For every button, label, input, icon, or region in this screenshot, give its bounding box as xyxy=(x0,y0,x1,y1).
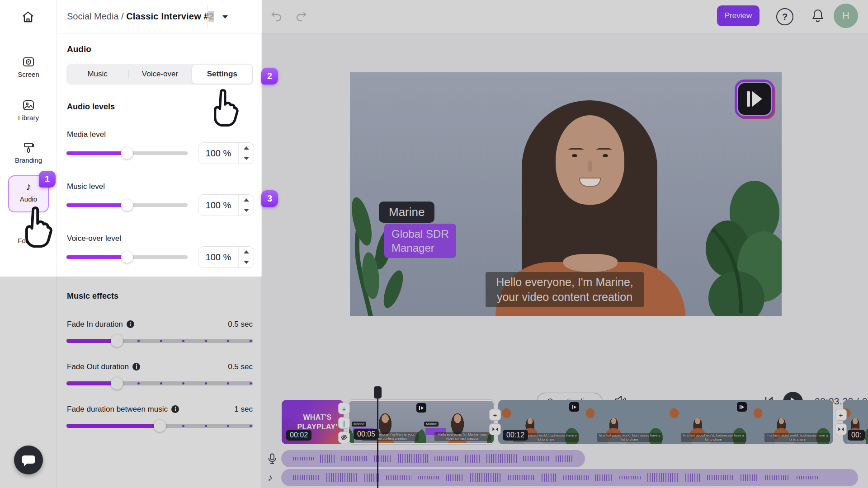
info-icon[interactable] xyxy=(132,363,140,371)
music-effects-heading: Music effects xyxy=(67,291,118,301)
header-divider xyxy=(207,5,208,28)
video-preview[interactable]: Marine Global SDR Manager Hello everyone… xyxy=(350,72,782,316)
subtitle-caption[interactable]: Hello everyone, I'm Marine, your video c… xyxy=(486,272,644,307)
caret-down-icon xyxy=(244,157,249,160)
stepper-down-button[interactable] xyxy=(239,257,254,267)
fade-between-slider[interactable] xyxy=(66,424,253,428)
slider-thumb[interactable] xyxy=(121,147,133,159)
branding-icon xyxy=(22,142,35,154)
slider-dot xyxy=(160,382,162,385)
slider-dot xyxy=(227,340,229,342)
timeline: WHAT'SPLAYPLAY' 00:02 + | Marine Hello e… xyxy=(261,387,868,488)
timeline-clip-intro[interactable]: WHAT'SPLAYPLAY' 00:02 xyxy=(282,400,344,444)
slider-thumb[interactable] xyxy=(121,251,133,263)
timeline-clip-partial[interactable]: 00: xyxy=(843,400,868,444)
fade-in-value: 0.5 sec xyxy=(228,320,253,329)
tab-voice-over[interactable]: Voice-over xyxy=(130,66,190,83)
info-icon[interactable] xyxy=(171,405,179,413)
redo-icon[interactable] xyxy=(295,10,307,22)
audio-tab-bar: Music Voice-over Settings xyxy=(66,64,253,84)
person-smile xyxy=(579,178,601,187)
stepper-up-button[interactable] xyxy=(239,143,254,153)
home-button[interactable] xyxy=(17,6,39,28)
stepper-up-button[interactable] xyxy=(239,195,254,205)
info-icon[interactable] xyxy=(127,320,134,328)
caret-up-icon xyxy=(244,198,249,202)
add-clip-button[interactable]: + xyxy=(489,409,501,421)
person-brow xyxy=(596,148,612,152)
timeline-clip-interview[interactable]: In a fast paced world, businesses have a… xyxy=(498,400,833,444)
voice-over-track[interactable] xyxy=(281,450,585,467)
mini-caption: In a fast paced world, businesses have a… xyxy=(681,433,746,442)
music-level-slider[interactable] xyxy=(66,203,188,207)
hide-transition-button[interactable] xyxy=(338,432,350,443)
transition-icon xyxy=(838,427,844,432)
undo-icon[interactable] xyxy=(270,10,283,22)
fade-between-label: Fade duration between music xyxy=(67,405,179,414)
slider-dot xyxy=(205,382,207,385)
preview-button[interactable]: Preview xyxy=(717,5,760,26)
sidebar-item-branding[interactable]: Branding xyxy=(0,142,57,164)
mini-name-tag: Marine xyxy=(424,422,439,427)
eye-off-icon xyxy=(340,434,348,441)
stepper-up-button[interactable] xyxy=(239,247,254,257)
slider-dot xyxy=(227,382,229,385)
panel-title: Audio xyxy=(67,44,91,54)
clip-timestamp: 00: xyxy=(848,430,865,441)
sidebar-item-format[interactable]: Format xyxy=(0,237,57,244)
add-clip-button[interactable]: + xyxy=(338,403,350,414)
slider-fill xyxy=(66,424,160,428)
person-brow xyxy=(568,148,584,152)
clip-thumbnail: In a fast paced world, businesses have a… xyxy=(582,400,665,444)
chevron-down-icon[interactable] xyxy=(222,15,228,19)
media-level-slider[interactable] xyxy=(66,151,188,155)
slider-thumb[interactable] xyxy=(121,199,133,211)
slider-thumb[interactable] xyxy=(111,377,123,389)
avatar[interactable]: H xyxy=(834,4,858,28)
stepper-down-button[interactable] xyxy=(239,205,254,216)
slider-dot xyxy=(205,425,207,427)
media-level-value-box[interactable]: 100 % xyxy=(198,142,254,164)
stepper-down-button[interactable] xyxy=(239,153,254,164)
screen-icon xyxy=(22,56,35,68)
slider-thumb[interactable] xyxy=(111,335,123,347)
voice-over-level-value: 100 % xyxy=(198,252,238,263)
playhead[interactable] xyxy=(377,387,378,488)
chat-widget-button[interactable] xyxy=(14,446,43,474)
playhead-handle[interactable] xyxy=(374,386,382,399)
timeline-clip-selected[interactable]: Marine Hello everyone, I'm Marine, your … xyxy=(348,400,495,444)
music-track[interactable] xyxy=(281,469,858,486)
sidebar-item-label: Format xyxy=(0,237,57,244)
sidebar-item-label: Audio xyxy=(0,195,57,203)
sidebar-item-label: Branding xyxy=(0,156,57,164)
transition-button[interactable] xyxy=(835,423,847,435)
slider-dot xyxy=(182,425,184,427)
breadcrumb[interactable]: Social Media / Classic Interview #2 xyxy=(67,11,248,22)
voice-over-level-value-box[interactable]: 100 % xyxy=(198,246,254,268)
tab-settings[interactable]: Settings xyxy=(192,65,252,84)
slider-dot xyxy=(250,382,252,385)
notifications-bell-icon[interactable] xyxy=(811,8,825,25)
sidebar-item-library[interactable]: Library xyxy=(0,99,57,122)
music-level-value-box[interactable]: 100 % xyxy=(198,194,254,216)
playplay-mini-logo xyxy=(569,402,579,412)
tab-music[interactable]: Music xyxy=(67,66,127,83)
mini-name-tag: Marine xyxy=(352,422,366,427)
fade-in-slider[interactable] xyxy=(66,339,253,343)
fade-between-value: 1 sec xyxy=(234,405,253,414)
slider-thumb[interactable] xyxy=(154,420,166,432)
speaker-role-label[interactable]: Global SDR Manager xyxy=(384,224,456,258)
voice-over-level-slider[interactable] xyxy=(66,255,188,259)
add-clip-button[interactable]: + xyxy=(835,409,847,421)
slider-dot xyxy=(205,340,207,342)
caret-up-icon xyxy=(244,250,249,253)
sidebar-item-screen[interactable]: Screen xyxy=(0,56,57,78)
music-level-value: 100 % xyxy=(198,200,238,211)
speaker-name-label[interactable]: Marine xyxy=(379,202,434,223)
audio-settings-panel: Social Media / Classic Interview #2 Audi… xyxy=(57,0,261,488)
transition-button[interactable] xyxy=(489,423,501,435)
fade-out-slider[interactable] xyxy=(66,381,253,385)
help-icon[interactable]: ? xyxy=(776,8,793,25)
playplay-mini-logo xyxy=(737,402,747,412)
split-clip-button[interactable]: | xyxy=(338,417,350,429)
